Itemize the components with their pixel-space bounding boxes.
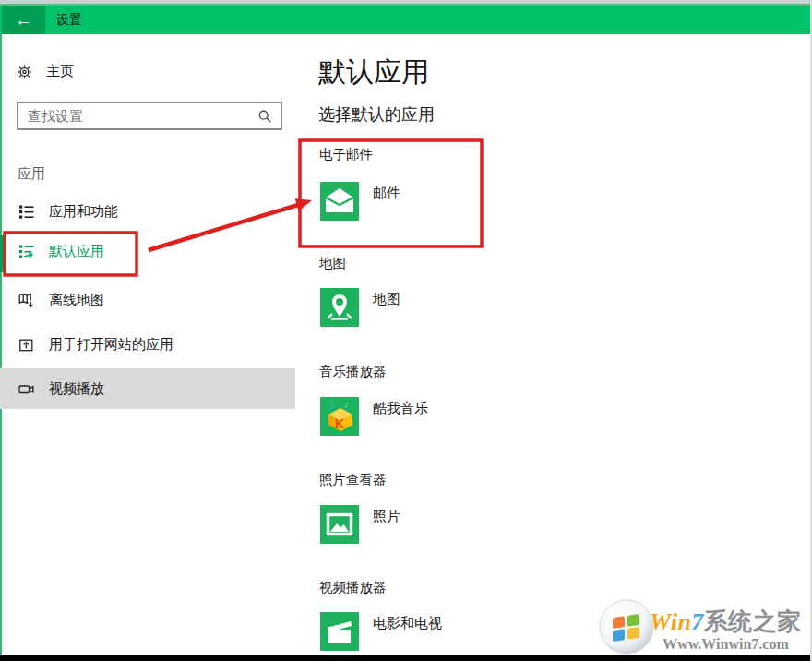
sidebar-item-label: 离线地图	[49, 292, 104, 309]
sidebar-item-label: 用于打开网站的应用	[49, 336, 173, 354]
default-apps-icon	[18, 244, 34, 259]
music-app-name: 酷我音乐	[373, 400, 428, 417]
music-app-button[interactable]: K ♪ ♪	[320, 397, 359, 436]
annotation-arrow-head	[295, 198, 312, 210]
sidebar-item-label: 视频播放	[49, 380, 104, 398]
mail-app-name: 邮件	[373, 185, 400, 202]
movies-tv-app-name: 电影和电视	[373, 615, 442, 632]
watermark-text: Win7系统之家 Www.Winwin7.com	[650, 606, 802, 653]
sidebar-item-home[interactable]: 主页	[17, 54, 74, 89]
sidebar-item-default-apps[interactable]: 默认应用	[0, 231, 295, 271]
sidebar-section-apps: 应用	[18, 165, 45, 183]
sidebar-item-offline-maps[interactable]: 离线地图	[0, 280, 295, 320]
apps-for-websites-icon	[18, 337, 34, 353]
photos-app-icon	[320, 505, 359, 544]
maps-app-name: 地图	[373, 291, 400, 308]
kuwo-music-app-icon: K ♪ ♪	[320, 397, 359, 436]
svg-text:♪: ♪	[329, 402, 335, 411]
search-input[interactable]	[18, 108, 257, 124]
page-subtitle: 选择默认的应用	[318, 103, 435, 126]
settings-window: ← 设置 主页	[0, 0, 812, 661]
page-title: 默认应用	[318, 54, 429, 91]
watermark: Win7系统之家 Www.Winwin7.com	[598, 598, 812, 655]
movies-tv-app-icon	[320, 612, 359, 651]
svg-text:K: K	[335, 416, 344, 431]
windows-logo-icon	[598, 598, 655, 655]
app-title: 设置	[56, 12, 82, 29]
window-bottom-edge	[0, 655, 812, 661]
settings-search-box	[17, 102, 282, 130]
movies-tv-app-button[interactable]	[320, 612, 359, 651]
sidebar-item-video-playback[interactable]: 视频播放	[0, 368, 295, 409]
category-label-maps: 地图	[319, 255, 346, 272]
search-icon[interactable]	[257, 109, 272, 124]
mail-app-icon	[320, 182, 359, 221]
sidebar-item-label: 应用和功能	[49, 203, 118, 221]
titlebar	[0, 6, 812, 34]
watermark-brand-rest: 系统之家	[704, 608, 802, 635]
watermark-brand-seven: 7	[691, 608, 704, 635]
sidebar-home-label: 主页	[46, 63, 74, 80]
category-label-email: 电子邮件	[319, 146, 373, 163]
watermark-url: Www.Winwin7.com	[650, 636, 802, 653]
category-label-music: 音乐播放器	[319, 363, 387, 380]
mail-app-button[interactable]	[320, 182, 359, 221]
video-playback-icon	[18, 381, 34, 397]
watermark-brand: Win7系统之家	[650, 606, 802, 638]
category-label-video: 视频播放器	[319, 579, 387, 596]
category-label-photos: 照片查看器	[319, 471, 387, 488]
sidebar-item-label: 默认应用	[49, 243, 104, 260]
sidebar-item-apps-for-websites[interactable]: 用于打开网站的应用	[0, 324, 295, 365]
maps-app-icon	[320, 288, 359, 327]
maps-app-button[interactable]	[320, 288, 359, 327]
back-button[interactable]: ←	[2, 6, 45, 34]
apps-features-icon	[18, 204, 34, 220]
watermark-brand-win: Win	[650, 608, 691, 635]
back-arrow-icon: ←	[15, 10, 32, 30]
sidebar-item-apps-features[interactable]: 应用和功能	[0, 191, 295, 232]
svg-text:♪: ♪	[344, 402, 348, 409]
photos-app-button[interactable]	[320, 505, 359, 544]
photos-app-name: 照片	[373, 508, 400, 525]
gear-icon	[17, 64, 32, 79]
offline-maps-icon	[18, 293, 34, 308]
